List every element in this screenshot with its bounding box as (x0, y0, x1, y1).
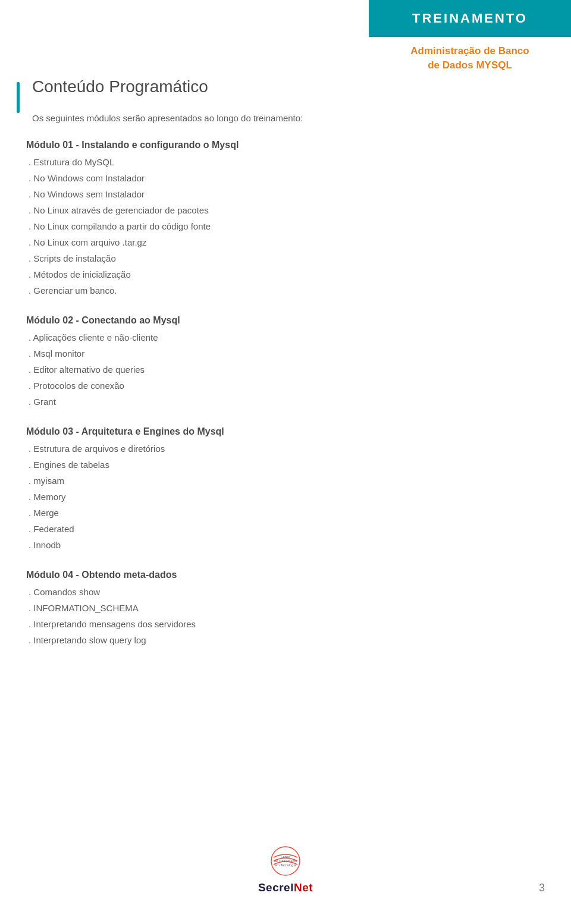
svg-text:de Treinamento: de Treinamento (274, 859, 297, 863)
module-item: . Engines de tabelas (26, 457, 545, 473)
module-01-block: Módulo 01 - Instalando e configurando o … (26, 140, 545, 298)
module-item: . Memory (26, 489, 545, 505)
module-item: . INFORMATION_SCHEMA (26, 600, 545, 616)
module-item: . Interpretando mensagens dos servidores (26, 616, 545, 632)
module-item: . Merge (26, 505, 545, 521)
module-03-block: Módulo 03 - Arquitetura e Engines do Mys… (26, 426, 545, 553)
module-item: . Msql monitor (26, 345, 545, 362)
module-item: . No Linux compilando a partir do código… (26, 218, 545, 234)
logo-svg: Centro de Treinamento em Tecnologia (256, 844, 315, 886)
module-04-title: Módulo 04 - Obtendo meta-dados (26, 570, 545, 580)
module-item: . Estrutura de arquivos e diretórios (26, 441, 545, 457)
module-item: . No Linux através de gerenciador de pac… (26, 202, 545, 218)
module-item: . Métodos de inicialização (26, 266, 545, 282)
treinamento-label: TREINAMENTO (412, 11, 528, 26)
module-item: . Federated (26, 521, 545, 537)
module-01-items: . Estrutura do MySQL . No Windows com In… (26, 154, 545, 298)
intro-text: Os seguintes módulos serão apresentados … (32, 113, 545, 123)
treinamento-box: TREINAMENTO (369, 0, 571, 37)
main-content: Conteúdo Programático Os seguintes módul… (26, 77, 545, 648)
subtitle-line1: Administração de Banco (410, 45, 529, 56)
module-item: . myisam (26, 473, 545, 489)
module-01-title: Módulo 01 - Instalando e configurando o … (26, 140, 545, 150)
module-item: . Innodb (26, 537, 545, 553)
header-area: TREINAMENTO Administração de Banco de Da… (369, 0, 571, 73)
subtitle-box: Administração de Banco de Dados MYSQL (404, 44, 535, 73)
module-item: . Interpretando slow query log (26, 632, 545, 648)
module-item: . No Windows com Instalador (26, 170, 545, 186)
module-02-title: Módulo 02 - Conectando ao Mysql (26, 315, 545, 326)
module-item: . Comandos show (26, 584, 545, 600)
left-accent-bar (17, 82, 20, 113)
module-item: . No Linux com arquivo .tar.gz (26, 234, 545, 250)
module-04-block: Módulo 04 - Obtendo meta-dados . Comando… (26, 570, 545, 648)
logo-secrel: Secrel (258, 881, 294, 894)
module-item: . Editor alternativo de queries (26, 362, 545, 378)
page-title: Conteúdo Programático (32, 77, 545, 96)
module-03-items: . Estrutura de arquivos e diretórios . E… (26, 441, 545, 553)
logo-container: Centro de Treinamento em Tecnologia Secr… (256, 844, 315, 894)
module-item: . Estrutura do MySQL (26, 154, 545, 170)
module-item: . Aplicações cliente e não-cliente (26, 329, 545, 345)
module-item: . Grant (26, 394, 545, 410)
svg-text:em Tecnologia: em Tecnologia (275, 863, 296, 867)
module-02-items: . Aplicações cliente e não-cliente . Msq… (26, 329, 545, 410)
page-number: 3 (539, 882, 545, 894)
logo-net: Net (294, 881, 313, 894)
svg-text:Centro: Centro (281, 855, 291, 859)
module-04-items: . Comandos show . INFORMATION_SCHEMA . I… (26, 584, 545, 648)
module-item: . Scripts de instalação (26, 250, 545, 266)
module-02-block: Módulo 02 - Conectando ao Mysql . Aplica… (26, 315, 545, 410)
footer-area: Centro de Treinamento em Tecnologia Secr… (256, 844, 315, 894)
module-item: . Gerenciar um banco. (26, 282, 545, 298)
page-container: TREINAMENTO Administração de Banco de Da… (0, 0, 571, 924)
module-03-title: Módulo 03 - Arquitetura e Engines do Mys… (26, 426, 545, 437)
subtitle-line2: de Dados MYSQL (428, 59, 512, 71)
module-item: . No Windows sem Instalador (26, 186, 545, 202)
module-item: . Protocolos de conexão (26, 378, 545, 394)
